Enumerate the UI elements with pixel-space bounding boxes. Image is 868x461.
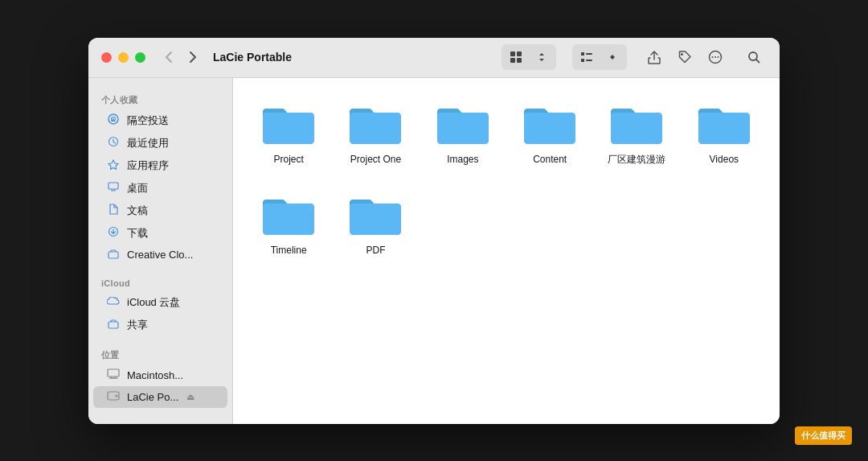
sidebar-item-label: 隔空投送 (127, 113, 169, 128)
search-button[interactable] (741, 46, 767, 68)
sidebar-item-label: 共享 (127, 318, 148, 332)
folder-images[interactable]: Images (424, 94, 502, 173)
sidebar-item-icloud-drive[interactable]: iCloud 云盘 (93, 291, 227, 314)
chevron-sort-button[interactable] (529, 46, 555, 68)
folder-icon-factory (608, 101, 665, 147)
folder-label-videos: Videos (710, 154, 739, 167)
svg-rect-3 (517, 58, 522, 63)
window-title: LaCie Portable (213, 51, 502, 64)
nav-buttons (158, 47, 203, 68)
folder-icon-project-one (346, 101, 404, 147)
folder-label-project-one: Project One (350, 154, 401, 167)
folder-icon-pdf (346, 191, 404, 238)
lacie-icon (106, 390, 121, 404)
sidebar-item-recent[interactable]: 最近使用 (93, 132, 227, 154)
finder-window: LaCie Portable (88, 38, 780, 424)
sidebar-item-downloads[interactable]: 下载 (93, 222, 227, 245)
sidebar-item-macintosh[interactable]: Macintosh... (93, 364, 227, 386)
svg-rect-1 (517, 51, 522, 56)
folder-content[interactable]: Content (510, 94, 589, 173)
creative-cloud-icon (106, 249, 121, 261)
eject-icon[interactable]: ⏏ (186, 392, 194, 402)
svg-rect-0 (510, 51, 515, 56)
folder-icon-project (260, 101, 317, 147)
folder-label-content: Content (533, 154, 567, 167)
folder-icon-timeline (260, 191, 317, 238)
folder-videos[interactable]: Videos (685, 94, 764, 173)
view-toggle-group (502, 44, 556, 70)
more-button[interactable] (702, 46, 728, 68)
watermark: 什么值得买 (795, 426, 852, 445)
shared-icon (106, 319, 121, 331)
svg-rect-21 (108, 369, 119, 377)
folder-icon-images (434, 101, 492, 147)
macintosh-icon (106, 368, 121, 382)
sidebar-item-desktop[interactable]: 桌面 (93, 177, 227, 200)
sidebar-item-label: 文稿 (127, 204, 148, 218)
documents-icon (106, 204, 121, 217)
minimize-button[interactable] (118, 52, 129, 63)
downloads-icon (106, 226, 121, 240)
personal-section-label: 个人收藏 (88, 88, 232, 109)
folder-label-timeline: Timeline (271, 245, 307, 257)
titlebar: LaCie Portable (88, 38, 780, 78)
sidebar-item-label: 最近使用 (127, 136, 169, 150)
main-area: 个人收藏 隔空投送 最近使用 (88, 78, 780, 424)
svg-rect-17 (108, 183, 118, 189)
folder-project[interactable]: Project (249, 94, 328, 173)
sidebar: 个人收藏 隔空投送 最近使用 (88, 78, 233, 424)
locations-section-label: 位置 (88, 343, 232, 364)
folder-grid-row2: Timeline PDF (249, 185, 764, 264)
grid-view-button[interactable] (503, 46, 529, 68)
sidebar-item-label: 应用程序 (127, 158, 169, 173)
back-button[interactable] (158, 47, 179, 68)
sidebar-item-airdrop[interactable]: 隔空投送 (93, 109, 227, 132)
icloud-section-label: iCloud (88, 272, 232, 291)
folder-timeline[interactable]: Timeline (249, 185, 328, 264)
sidebar-item-label: Creative Clo... (127, 249, 193, 261)
folder-icon-videos (695, 101, 753, 147)
svg-rect-6 (586, 53, 592, 55)
svg-point-24 (116, 394, 118, 397)
svg-rect-5 (581, 59, 584, 62)
svg-rect-7 (586, 60, 592, 61)
svg-point-10 (712, 56, 714, 58)
maximize-button[interactable] (135, 52, 145, 63)
svg-rect-20 (108, 322, 118, 328)
desktop-icon (106, 181, 121, 195)
sidebar-item-creative[interactable]: Creative Clo... (93, 245, 227, 265)
svg-rect-2 (510, 58, 515, 63)
recent-icon (106, 136, 121, 150)
file-browser: Project Project One (233, 78, 780, 424)
sidebar-item-shared[interactable]: 共享 (93, 314, 227, 336)
svg-rect-19 (108, 252, 118, 258)
svg-rect-4 (581, 52, 584, 56)
svg-point-12 (718, 56, 719, 58)
close-button[interactable] (101, 52, 112, 63)
svg-point-8 (681, 53, 683, 56)
traffic-lights (101, 52, 145, 63)
icloud-drive-icon (106, 296, 121, 309)
folder-label-project: Project (273, 154, 303, 167)
list-view-button[interactable] (574, 46, 600, 68)
folder-factory[interactable]: 厂区建筑漫游 (597, 94, 676, 173)
share-button[interactable] (641, 46, 667, 68)
sidebar-item-label: 下载 (127, 226, 148, 241)
folder-project-one[interactable]: Project One (336, 94, 415, 173)
folder-icon-content (521, 101, 579, 147)
list-sort-chevron[interactable] (600, 46, 625, 68)
folder-grid-row1: Project Project One (249, 94, 764, 173)
folder-pdf[interactable]: PDF (336, 185, 415, 264)
sidebar-item-documents[interactable]: 文稿 (93, 200, 227, 222)
toolbar-right (502, 44, 767, 70)
tag-button[interactable] (672, 46, 698, 68)
sidebar-item-lacie[interactable]: LaCie Po... ⏏ (93, 386, 227, 408)
sidebar-item-apps[interactable]: 应用程序 (93, 154, 227, 177)
sidebar-item-label: iCloud 云盘 (127, 295, 180, 310)
svg-point-11 (714, 56, 716, 58)
airdrop-icon (106, 113, 121, 127)
folder-label-images: Images (447, 154, 478, 167)
folder-label-factory: 厂区建筑漫游 (608, 154, 665, 167)
forward-button[interactable] (182, 47, 203, 68)
sidebar-item-label: 桌面 (127, 181, 148, 196)
